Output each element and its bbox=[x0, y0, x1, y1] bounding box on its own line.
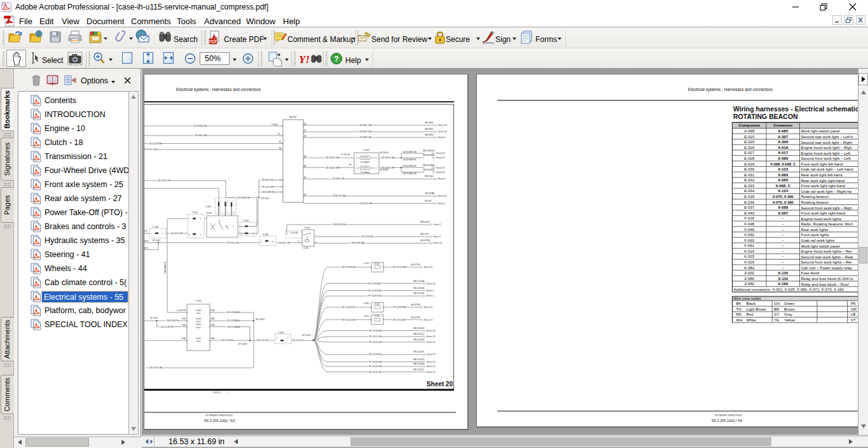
svg-text:Z-001: Z-001 bbox=[195, 300, 201, 302]
svg-text:CM-1030D BL: CM-1030D BL bbox=[164, 261, 167, 274]
svg-text:SP-1013L: SP-1013L bbox=[302, 334, 311, 337]
svg-text:55.2 [55.100] / 54: 55.2 [55.100] / 54 bbox=[712, 418, 743, 423]
svg-text:CM-3009 GN: CM-3009 GN bbox=[359, 202, 372, 205]
svg-text:Engine hood work light – Righ: Engine hood work light – Righ bbox=[801, 146, 852, 150]
svg-text:WB-3863: WB-3863 bbox=[425, 134, 434, 136]
svg-text:SP-3002E: SP-3002E bbox=[380, 169, 389, 171]
svg-text:Sheet 25: Sheet 25 bbox=[438, 195, 447, 197]
svg-text:LB: LB bbox=[851, 312, 855, 316]
svg-text:Sheet 20: Sheet 20 bbox=[427, 365, 436, 368]
svg-text:WB-3002EB: WB-3002EB bbox=[423, 169, 434, 171]
svg-text:B7: B7 bbox=[305, 129, 307, 132]
svg-text:E-035: E-035 bbox=[744, 195, 755, 199]
svg-text:CM-10300A BL: CM-10300A BL bbox=[226, 311, 240, 314]
svg-text:A-068: A-068 bbox=[744, 129, 755, 133]
svg-text:RF-1013LG BL: RF-1013LG BL bbox=[342, 319, 355, 321]
svg-text:E-037: E-037 bbox=[744, 206, 755, 209]
svg-text:SP-1030C: SP-1030C bbox=[256, 318, 265, 321]
svg-text:WB-1024: WB-1024 bbox=[420, 233, 429, 235]
svg-text:Second rear work light – Right: Second rear work light – Right bbox=[801, 141, 853, 144]
svg-text:E-015: E-015 bbox=[744, 135, 755, 139]
svg-text:N-1021C GN: N-1021C GN bbox=[144, 148, 157, 151]
svg-text:GN: GN bbox=[144, 230, 147, 232]
svg-text:SP-3009: SP-3009 bbox=[261, 197, 270, 200]
svg-text:CM-1030C BL: CM-1030C BL bbox=[149, 367, 162, 369]
svg-text:E-029: E-029 bbox=[744, 162, 755, 166]
svg-text:TN: TN bbox=[736, 307, 741, 311]
svg-text:SP-3001E: SP-3001E bbox=[380, 151, 389, 154]
svg-text:E-009: E-009 bbox=[375, 263, 380, 265]
svg-text:WB-1013LB: WB-1013LB bbox=[413, 287, 424, 290]
svg-text:X-087-1: X-087-1 bbox=[364, 315, 370, 318]
svg-text:CM-3001EA GN: CM-3001EA GN bbox=[403, 158, 417, 161]
svg-text:RF-1013LA BL: RF-1013LA BL bbox=[368, 283, 382, 285]
svg-text:CM-1015R BL: CM-1015R BL bbox=[221, 339, 233, 342]
svg-text:CM-3008B GN: CM-3008B GN bbox=[237, 197, 249, 199]
svg-text:Sheet 4: Sheet 4 bbox=[438, 178, 446, 180]
svg-text:?: ? bbox=[334, 55, 338, 64]
svg-text:X-001: X-001 bbox=[192, 211, 198, 214]
svg-text:Sheet 23: Sheet 23 bbox=[436, 167, 445, 169]
svg-text:X-061: X-061 bbox=[243, 220, 249, 222]
svg-text:WB-1013LJ: WB-1013LJ bbox=[413, 333, 424, 335]
svg-text:X-130: X-130 bbox=[778, 271, 789, 275]
svg-text:RF-1013LM BL: RF-1013LM BL bbox=[342, 266, 355, 269]
svg-text:Fuse block: Fuse block bbox=[801, 271, 820, 275]
svg-text:CM-1052D YE: CM-1052D YE bbox=[157, 179, 171, 182]
svg-text:-6: -6 bbox=[220, 200, 222, 202]
svg-text:RF-1013LT BL: RF-1013LT BL bbox=[369, 371, 382, 374]
svg-text:Relay and fuse block – Roof: Relay and fuse block – Roof bbox=[801, 283, 849, 286]
svg-text:WB-3802: WB-3802 bbox=[425, 128, 434, 130]
svg-text:X-110: X-110 bbox=[778, 277, 788, 281]
svg-text:WB-1013LH: WB-1013LH bbox=[413, 327, 425, 330]
svg-text:CM-1013L BL: CM-1013L BL bbox=[256, 339, 268, 342]
svg-text:WB-3001EA: WB-3001EA bbox=[423, 154, 434, 157]
svg-text:Front work lights: Front work lights bbox=[801, 233, 829, 237]
svg-text:CM-3001D GN: CM-3001D GN bbox=[325, 157, 339, 159]
svg-text:–: – bbox=[782, 260, 785, 264]
svg-text:SP-1051: SP-1051 bbox=[153, 239, 161, 242]
svg-text:RF-1013LR BL: RF-1013LR BL bbox=[369, 361, 382, 363]
svg-text:Light Brown: Light Brown bbox=[747, 307, 767, 311]
svg-text:X-070, X-390: X-070, X-390 bbox=[773, 195, 794, 199]
svg-text:Engine hood work lights: Engine hood work lights bbox=[801, 217, 842, 221]
svg-text:X-123: X-123 bbox=[778, 167, 789, 171]
svg-text:PK: PK bbox=[851, 302, 856, 305]
svg-text:Engine hood work light – Left-: Engine hood work light – Left- bbox=[801, 151, 851, 155]
svg-text:Z-002: Z-002 bbox=[744, 271, 754, 275]
svg-text:-10: -10 bbox=[233, 211, 235, 213]
svg-text:WB-1013LE: WB-1013LE bbox=[413, 292, 424, 295]
svg-text:K-120-F37B: K-120-F37B bbox=[177, 309, 186, 312]
svg-text:15.0 Amps: 15.0 Amps bbox=[360, 171, 369, 174]
svg-text:X-085: X-085 bbox=[778, 129, 789, 133]
svg-text:White: White bbox=[747, 318, 757, 322]
svg-text:CM-3802 GN: CM-3802 GN bbox=[359, 130, 371, 133]
svg-text:CM-1045 GN: CM-1045 GN bbox=[261, 186, 273, 188]
svg-text:Black: Black bbox=[747, 302, 757, 305]
svg-text:A7: A7 bbox=[305, 176, 307, 179]
svg-text:Wire color codes: Wire color codes bbox=[734, 297, 761, 300]
svg-text:Electrical systems - Harnesses: Electrical systems - Harnesses and conne… bbox=[688, 87, 773, 92]
svg-text:E-007: E-007 bbox=[375, 315, 380, 318]
svg-text:X-018: X-018 bbox=[778, 146, 789, 150]
svg-text:Rear work lights: Rear work lights bbox=[801, 228, 829, 232]
svg-text:F-049: F-049 bbox=[744, 228, 754, 232]
svg-text:B5: B5 bbox=[315, 241, 318, 243]
svg-text:X-070, X-390: X-070, X-390 bbox=[773, 200, 794, 204]
svg-text:–: – bbox=[782, 255, 785, 258]
svg-text:–: – bbox=[782, 244, 785, 248]
svg-text:Sheet 25: Sheet 25 bbox=[424, 319, 433, 321]
svg-text:V-040: V-040 bbox=[196, 318, 202, 320]
svg-text:WB-3801: WB-3801 bbox=[425, 122, 434, 124]
svg-text:CM-3863 GR: CM-3863 GR bbox=[359, 136, 371, 139]
svg-text:–: – bbox=[782, 266, 785, 270]
svg-text:4: 4 bbox=[189, 234, 190, 236]
svg-text:CM-3000A GN: CM-3000A GN bbox=[193, 125, 207, 127]
svg-text:CM-1074 RD: CM-1074 RD bbox=[361, 235, 373, 238]
svg-text:F-050: F-050 bbox=[744, 233, 754, 237]
svg-text:A7: A7 bbox=[315, 235, 318, 237]
svg-text:B9: B9 bbox=[305, 135, 307, 137]
svg-text:WB-3002EA: WB-3002EA bbox=[423, 164, 434, 167]
svg-text:E-031: E-031 bbox=[744, 173, 755, 177]
svg-text:Z-090: Z-090 bbox=[303, 247, 308, 249]
